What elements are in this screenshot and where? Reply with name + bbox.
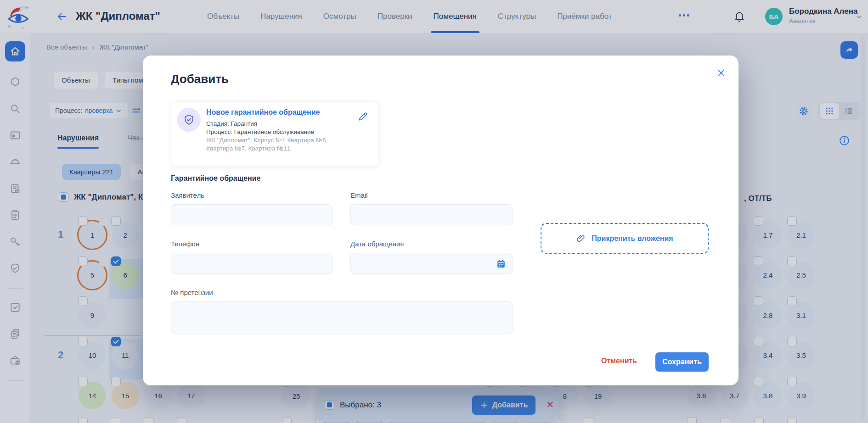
dialog-title: Добавить <box>171 72 229 86</box>
request-process: Процесс: Гарантийное обслуживание <box>206 128 314 135</box>
applicant-label: Заявитель <box>171 191 204 199</box>
attach-files-button[interactable]: Прикрепить вложения <box>541 223 709 254</box>
cancel-button[interactable]: Отменить <box>601 357 637 365</box>
shield-check-badge <box>177 108 201 132</box>
phone-input[interactable] <box>171 253 333 274</box>
app-screen: ✳ ✳ ✳ ЖК "Дипломат" ОбъектыНарушенияОсмо… <box>0 0 868 423</box>
claim-number-label: № претензии <box>171 289 213 296</box>
request-card-title[interactable]: Новое гарантийное обращение <box>206 108 320 117</box>
attach-files-label: Прикрепить вложения <box>592 234 673 243</box>
email-input[interactable] <box>350 204 513 225</box>
warranty-request-card[interactable]: Новое гарантийное обращение Стадия: Гара… <box>171 101 379 166</box>
request-location-1: ЖК "Дипломат", Корпус №1 Квартира №6, <box>206 137 327 144</box>
request-location-2: Квартира №7, Квартира №11, <box>206 145 292 152</box>
claim-number-input[interactable] <box>171 301 513 334</box>
paperclip-icon <box>576 234 586 244</box>
save-button[interactable]: Сохранить <box>655 352 709 372</box>
section-title: Гарантийное обращение <box>171 174 261 183</box>
edit-pencil-icon[interactable] <box>357 111 368 122</box>
phone-label: Телефон <box>171 240 199 248</box>
save-button-label: Сохранить <box>662 358 702 366</box>
email-label: Email <box>350 191 368 199</box>
calendar-icon[interactable] <box>496 259 506 269</box>
date-label: Дата обращения <box>350 240 404 248</box>
shield-check-icon <box>183 114 195 126</box>
applicant-input[interactable] <box>171 204 333 225</box>
add-dialog: Добавить Новое гарантийное обращение Ста… <box>143 56 738 385</box>
close-icon[interactable] <box>716 67 727 78</box>
date-input[interactable] <box>350 253 513 274</box>
request-stage: Стадия: Гарантия <box>206 120 257 127</box>
